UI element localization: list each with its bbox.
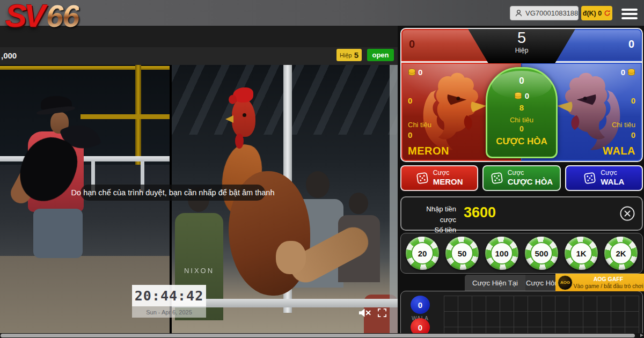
round-badge: Hiệp 5 [336, 49, 362, 61]
draw-pool-panel[interactable]: 0 0 8 Chi tiêu 0 CƯỢC HÒA [486, 67, 558, 158]
coin-icon [408, 69, 416, 76]
meron-spend-value: 0 [408, 130, 412, 139]
draw-spend-value: 0 [519, 124, 524, 133]
history-cell [583, 296, 597, 312]
history-cell [569, 296, 583, 312]
handler-hand [276, 241, 306, 274]
bet-button-target: MERON [433, 177, 463, 186]
history-cell [611, 296, 625, 312]
history-cell [486, 296, 500, 312]
bet-amount-label: Nhập tiền cược Số tiền [409, 204, 456, 236]
round-number: 5 [468, 29, 575, 47]
status-badge: open [367, 49, 394, 61]
round-label: Hiệp [468, 47, 575, 54]
history-cell [444, 312, 458, 327]
bet-history-board: 0 WALA 0 MERON [400, 291, 643, 338]
stream-clock: 20:44:42 [132, 285, 206, 306]
wala-history-count: 0 [411, 296, 430, 314]
chip-2k[interactable]: 2K [604, 237, 638, 270]
meron-score: 0 [409, 38, 415, 50]
wala-spend-label: Chi tiêu [612, 121, 635, 129]
history-cell [528, 296, 542, 312]
wala-spend-value: 0 [631, 130, 635, 139]
fullscreen-icon[interactable] [378, 308, 386, 317]
chip-20[interactable]: 20 [406, 237, 439, 270]
history-cell [500, 312, 514, 327]
bet-meron-button[interactable]: CượcMERON [400, 165, 478, 191]
meron-name: MERON [408, 145, 449, 157]
tab-current-bets[interactable]: Cược Hiện Tại [465, 275, 525, 291]
handler-shorts [33, 209, 83, 258]
horizontal-scrollbar [0, 333, 644, 338]
user-id-label: VG70001083188 [525, 9, 578, 17]
draw-total: 0 [519, 76, 524, 86]
history-cell [597, 296, 611, 312]
meron-bet-count: 0 [418, 68, 422, 77]
clear-amount-icon[interactable] [619, 205, 635, 222]
balance-label: đ(K) 0 [583, 10, 602, 17]
bet-draw-button[interactable]: CượcCƯỢC HÒA [482, 165, 560, 191]
history-cell [625, 296, 639, 312]
bet-button-label: Cược [508, 170, 553, 177]
promo-banner[interactable]: AOG AOG GAFF Vào game / bắt đầu trò chơi [555, 274, 644, 291]
meron-odds: 0 [408, 96, 412, 105]
round-badge-value: 5 [354, 50, 358, 60]
aog-gaff-logo-icon: AOG [558, 275, 573, 290]
history-cell [611, 312, 625, 327]
dice-icon [583, 172, 596, 185]
chip-1k[interactable]: 1K [565, 237, 598, 270]
chip-500[interactable]: 500 [525, 237, 558, 270]
audio-permission-toast[interactable]: Do hạn chế của trình duyệt, bạn cần nhấp… [80, 185, 265, 201]
bet-button-label: Cược [601, 170, 624, 177]
brand-logo-sv: SV [5, 0, 43, 34]
bet-button-target: CƯỢC HÒA [508, 177, 553, 186]
history-cell [500, 296, 514, 312]
bet-amount-value[interactable]: 3600 [464, 204, 496, 221]
history-cell [555, 296, 569, 312]
balance-button[interactable]: đ(K) 0 [581, 6, 612, 20]
bet-pools: 0 0 Chi tiêu 0 MERON [401, 63, 642, 161]
user-account-button[interactable]: VG70001083188 [510, 6, 579, 20]
user-icon [515, 9, 523, 17]
match-board: 0 0 5 Hiệp [400, 28, 643, 162]
history-cell [569, 312, 583, 327]
meron-spend-label: Chi tiêu [408, 121, 431, 129]
window-frame-right [390, 65, 398, 333]
chip-50[interactable]: 50 [445, 237, 479, 270]
draw-spend-label: Chi tiêu [510, 116, 533, 124]
round-badge-label: Hiệp [340, 52, 352, 58]
live-video-player[interactable]: NIXON Do hạn chế của trình duyệt, bạn cầ… [0, 65, 398, 333]
bet-limit-text: ,000 [1, 51, 17, 60]
bet-amount-input[interactable]: Nhập tiền cược Số tiền 3600 [400, 196, 643, 231]
promo-title: AOG GAFF [573, 276, 644, 283]
bet-button-label: Cược [433, 170, 463, 177]
bet-wala-button[interactable]: CượcWALA [565, 165, 643, 191]
history-cell [528, 312, 542, 327]
brand-logo[interactable]: SV66 [5, 0, 79, 32]
scrollbar-thumb[interactable] [1, 334, 635, 337]
history-cell [472, 312, 486, 327]
rooster-comb [229, 95, 237, 104]
chip-100[interactable]: 100 [485, 237, 518, 270]
history-cell [583, 312, 597, 327]
dice-icon [416, 172, 429, 185]
stream-date: Sun - Apr 6, 2025 [132, 306, 206, 318]
coin-icon [627, 69, 635, 76]
mute-icon[interactable] [358, 308, 371, 318]
bet-button-target: WALA [601, 177, 624, 186]
shirt-brand-text: NIXON [184, 267, 214, 275]
menu-icon[interactable] [621, 9, 638, 21]
scrollbar-arrow-icon[interactable] [640, 334, 643, 337]
cage-bar [0, 66, 170, 70]
history-cell [542, 312, 556, 327]
history-cell [542, 296, 556, 312]
coin-icon [514, 92, 522, 99]
history-cell [458, 296, 472, 312]
spectator-head [349, 193, 368, 214]
history-cell [597, 312, 611, 327]
rooster-beak [225, 115, 233, 123]
brand-logo-66: 66 [46, 0, 79, 33]
history-cell [625, 312, 639, 327]
refresh-icon[interactable] [604, 10, 611, 17]
history-cell [458, 312, 472, 327]
